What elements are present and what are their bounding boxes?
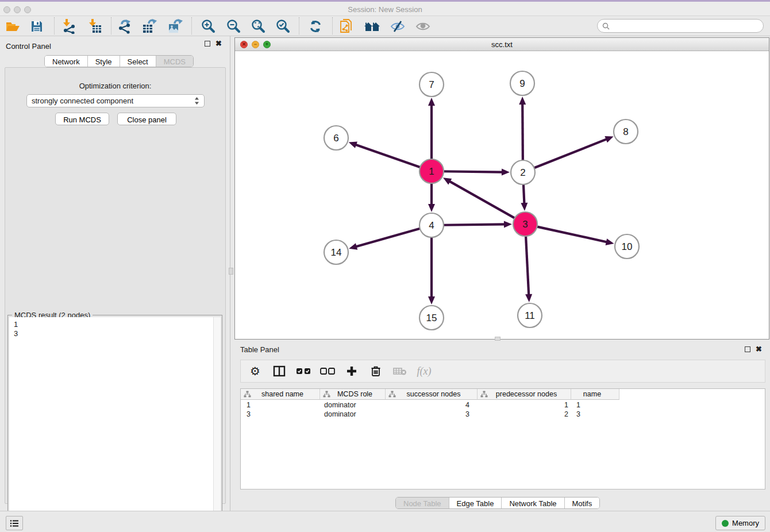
new-network-from-selection-button[interactable]: [337, 18, 357, 34]
graph-edge-4-14[interactable]: [356, 228, 421, 246]
eye-icon: [415, 20, 431, 33]
graph-node-label: 4: [429, 220, 434, 231]
open-session-button[interactable]: [3, 18, 22, 34]
show-app-list-button[interactable]: [6, 516, 23, 530]
search-input[interactable]: [613, 22, 763, 30]
graph-edge-3-1[interactable]: [449, 181, 515, 218]
close-panel-button[interactable]: Close panel: [117, 113, 176, 125]
graph-edge-4-3[interactable]: [442, 224, 505, 225]
table-cell-mcds_role[interactable]: dominator: [320, 401, 386, 410]
network-graph[interactable]: 1234678910111415: [235, 51, 769, 339]
toolbar-separator: [54, 17, 55, 34]
hide-selected-button[interactable]: [388, 18, 407, 34]
show-hidden-button[interactable]: [413, 18, 433, 34]
export-table-button[interactable]: [140, 18, 160, 34]
optimization-criterion-label: Optimization criterion:: [5, 82, 225, 90]
import-network-button[interactable]: [59, 18, 79, 34]
control-panel: Control Panel ✖ Network Style Select MCD…: [0, 36, 230, 511]
table-cell-predecessor_nodes[interactable]: 2: [478, 410, 571, 419]
save-session-button[interactable]: [27, 18, 47, 34]
table-toolbar: ⚙: [240, 360, 765, 383]
plus-icon: [346, 365, 357, 377]
deselect-all-button[interactable]: [320, 364, 335, 379]
zoom-in-button[interactable]: [198, 18, 218, 34]
table-cell-shared_name[interactable]: 3: [241, 410, 320, 419]
column-header-name[interactable]: name: [571, 389, 619, 400]
table-cell-mcds_role[interactable]: dominator: [320, 410, 386, 419]
apply-layout-button[interactable]: [306, 18, 325, 34]
tab-network[interactable]: Network: [45, 56, 88, 67]
table-cell-predecessor_nodes[interactable]: 1: [478, 401, 571, 410]
select-all-button[interactable]: [296, 364, 311, 379]
float-panel-icon[interactable]: [205, 41, 210, 47]
table-cell-name[interactable]: 1: [571, 401, 619, 410]
network-document-icon: [340, 18, 355, 34]
graph-edge-2-9[interactable]: [522, 103, 523, 161]
add-column-button[interactable]: [344, 364, 359, 379]
combo-arrows-icon: [194, 97, 199, 105]
graph-edge-2-3[interactable]: [523, 183, 525, 204]
zoom-in-icon: [201, 19, 215, 34]
graph-edge-arrowhead: [521, 203, 528, 211]
graph-edge-1-2[interactable]: [442, 171, 503, 172]
network-canvas[interactable]: 1234678910111415: [235, 51, 769, 339]
graph-node-label: 3: [522, 219, 528, 230]
result-scrollbar[interactable]: [213, 317, 221, 532]
splitter-handle-horizontal[interactable]: [495, 337, 500, 341]
select-all-icon: [296, 368, 311, 375]
tab-select[interactable]: Select: [120, 56, 156, 67]
split-view-button[interactable]: [272, 364, 287, 379]
show-all-networks-button[interactable]: [363, 18, 382, 34]
column-header-MCDS-role[interactable]: MCDS role: [320, 389, 386, 400]
zoom-selected-button[interactable]: [273, 18, 292, 34]
memory-button[interactable]: Memory: [715, 516, 765, 530]
delete-column-button[interactable]: [368, 364, 383, 379]
tab-edge-table[interactable]: Edge Table: [449, 498, 502, 508]
graph-node-label: 7: [429, 79, 434, 90]
column-header-predecessor-nodes[interactable]: predecessor nodes: [478, 389, 571, 400]
splitter-handle-vertical[interactable]: [229, 268, 233, 275]
table-row[interactable]: 3dominator323: [241, 410, 619, 419]
graph-edge-arrowhead: [349, 243, 357, 250]
tab-network-table[interactable]: Network Table: [502, 498, 564, 508]
graph-node-label: 14: [331, 247, 342, 258]
delete-table-button[interactable]: [392, 364, 407, 379]
table-cell-shared_name[interactable]: 1: [241, 401, 320, 410]
mcds-result-textarea[interactable]: 1 3: [9, 317, 221, 532]
app-titlebar: Session: New Session: [0, 2, 770, 16]
search-box[interactable]: [597, 19, 764, 33]
import-network-icon: [61, 18, 76, 34]
zoom-fit-icon: [251, 19, 265, 34]
float-table-panel-icon[interactable]: [745, 346, 750, 352]
graph-edge-3-10[interactable]: [536, 226, 607, 242]
graph-edge-arrowhead: [606, 238, 614, 245]
import-table-button[interactable]: [85, 18, 105, 34]
column-header-shared-name[interactable]: shared name: [241, 389, 320, 400]
graph-edge-2-8[interactable]: [533, 139, 607, 168]
zoom-fit-button[interactable]: [248, 18, 268, 34]
graph-edge-1-6[interactable]: [355, 145, 421, 168]
optimization-criterion-select[interactable]: strongly connected component: [26, 94, 205, 107]
tab-node-table[interactable]: Node Table: [396, 498, 449, 508]
graph-edge-3-11[interactable]: [526, 235, 529, 295]
close-panel-icon[interactable]: ✖: [215, 41, 222, 47]
column-settings-button[interactable]: ⚙: [248, 364, 263, 379]
table-cell-successor_nodes[interactable]: 3: [386, 410, 478, 419]
close-table-panel-icon[interactable]: ✖: [756, 346, 762, 352]
memory-label: Memory: [732, 519, 759, 527]
table-cell-successor_nodes[interactable]: 4: [386, 401, 478, 410]
tab-mcds[interactable]: MCDS: [156, 56, 193, 67]
graph-edge-arrowhead: [349, 142, 357, 148]
export-image-button[interactable]: [165, 18, 185, 34]
column-header-successor-nodes[interactable]: successor nodes: [386, 389, 478, 400]
graph-edge-arrowhead: [428, 296, 435, 304]
export-network-button[interactable]: [116, 18, 135, 34]
function-builder-button[interactable]: f(x): [417, 364, 432, 379]
network-window-titlebar[interactable]: ✕ − + scc.txt: [235, 38, 769, 51]
tab-motifs[interactable]: Motifs: [565, 498, 600, 508]
run-mcds-button[interactable]: Run MCDS: [55, 113, 109, 125]
zoom-out-button[interactable]: [224, 18, 243, 34]
table-row[interactable]: 1dominator411: [241, 401, 619, 410]
table-cell-name[interactable]: 3: [571, 410, 619, 419]
tab-style[interactable]: Style: [88, 56, 120, 67]
